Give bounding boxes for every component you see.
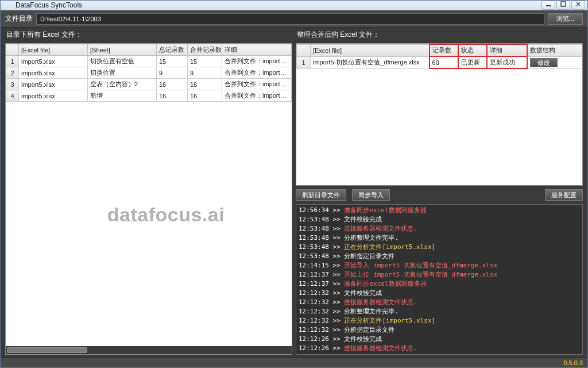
- cell-file: import5.xlsx: [19, 79, 88, 90]
- row-number: 4: [6, 90, 19, 102]
- svg-rect-1: [561, 2, 566, 6]
- log-line: 12:53:48 >> 分析指定目录文件: [299, 252, 580, 261]
- cell-detail: 合并到文件：import5-切换位置有空值_dfmerge.xlsx: [222, 67, 292, 79]
- log-line: 12:53:48 >> 分析整理文件完毕.: [299, 233, 580, 243]
- row-number: 1: [297, 56, 311, 68]
- log-line: 12:53:48 >> 正在分析文件[import5.xlsx]: [299, 243, 580, 252]
- log-line: 12:56:34 >> 准备同步excel数据到服务器: [299, 206, 580, 215]
- refresh-button[interactable]: 刷新目录文件: [296, 189, 346, 201]
- rownum-header: [6, 44, 19, 56]
- log-line: 12:12:32 >> 连接服务器检测文件状态.: [299, 298, 580, 307]
- col-status[interactable]: 状态: [458, 44, 487, 56]
- cell-sheet: 空表（空内容）2: [88, 79, 157, 90]
- path-label: 文件目录: [5, 14, 33, 24]
- cell-detail: 合并到文件：import5-切换位置有空值_dfmerge.xlsx: [222, 79, 292, 90]
- close-button[interactable]: [571, 1, 585, 10]
- col-sheet[interactable]: [Sheet]: [88, 44, 157, 56]
- log-line: 12:12:32 >> 分析指定目录文件: [299, 325, 580, 335]
- col-detail[interactable]: 详细: [487, 44, 527, 56]
- table-row[interactable]: 1import5.xlsx切换位置有空值1515合并到文件：import5-切换…: [6, 56, 292, 67]
- cell-merged: 16: [188, 90, 222, 102]
- cell-file: import5.xlsx: [19, 90, 88, 102]
- table-row[interactable]: 1import5-切换位置有空值_dfmerge.xlsx60已更新更新成功.修…: [297, 56, 582, 68]
- cell-struct: 修改: [527, 56, 582, 68]
- window-buttons: [541, 1, 585, 10]
- log-line: 12:12:37 >> 准备同步excel数据到服务器: [299, 279, 580, 289]
- modify-button[interactable]: 修改: [530, 58, 558, 67]
- log-line: 12:12:32 >> 分析整理文件完毕.: [299, 307, 580, 316]
- cell-merged: 16: [188, 79, 222, 90]
- h-scrollbar[interactable]: [6, 346, 292, 354]
- cell-status: 已更新: [458, 56, 487, 68]
- cell-sheet: 切换位置有空值: [88, 56, 157, 67]
- right-panel-title: 整理合并后的 Excel 文件：: [296, 28, 583, 43]
- merged-files-grid[interactable]: [Excel file] 记录数 状态 详细 数据结构 1import5-切换位…: [296, 43, 583, 186]
- col-excel-file[interactable]: [Excel file]: [310, 44, 429, 56]
- log-line: 12:12:26 >> 文件校验完成: [299, 335, 580, 344]
- cell-detail: 更新成功.: [487, 56, 527, 68]
- row-number: 2: [6, 67, 19, 79]
- maximize-button[interactable]: [556, 1, 570, 10]
- cell-merged: 9: [188, 67, 222, 79]
- cell-sheet: 切换位置: [88, 67, 157, 79]
- window-title: DataFocus SyncTools: [16, 1, 541, 9]
- rownum-header: [297, 44, 311, 56]
- cell-sheet: 新增: [88, 90, 157, 102]
- cell-total: 15: [157, 56, 188, 67]
- client-area: 文件目录 浏览... 目录下所有 Excel 文件： [Excel file] …: [1, 10, 587, 367]
- app-window: DataFocus SyncTools 文件目录 浏览... 目录下所有 Exc…: [0, 0, 588, 368]
- status-bar: 0.5.0.3: [1, 357, 587, 367]
- minimize-button[interactable]: [541, 1, 555, 10]
- table-row[interactable]: 3import5.xlsx空表（空内容）21616合并到文件：import5-切…: [6, 79, 292, 90]
- path-input[interactable]: [36, 13, 544, 25]
- action-bar: 刷新目录文件 同步导入 服务配置: [296, 186, 583, 204]
- row-number: 1: [6, 56, 19, 67]
- log-panel[interactable]: 12:56:34 >> 准备同步excel数据到服务器12:53:48 >> 文…: [296, 204, 583, 355]
- col-excel-file[interactable]: [Excel file]: [19, 44, 88, 56]
- col-merged[interactable]: 合并记录数: [188, 44, 222, 56]
- cell-merged: 15: [188, 56, 222, 67]
- watermark: datafocus.ai: [73, 201, 225, 228]
- watermark-text: datafocus.ai: [107, 204, 225, 226]
- col-count[interactable]: 记录数: [430, 44, 458, 56]
- app-icon: [3, 1, 12, 10]
- main-split: 目录下所有 Excel 文件： [Excel file] [Sheet] 总记录…: [1, 28, 587, 357]
- browse-button[interactable]: 浏览...: [548, 13, 583, 25]
- table-row[interactable]: 4import5.xlsx新增1616合并到文件：import5-切换位置有空值…: [6, 90, 292, 102]
- cell-detail: 合并到文件：import5-切换位置有空值_dfmerge.xlsx: [222, 90, 292, 102]
- version-label: 0.5.0.3: [563, 359, 583, 366]
- path-bar: 文件目录 浏览...: [1, 10, 587, 28]
- cell-total: 16: [157, 79, 188, 90]
- left-panel: 目录下所有 Excel 文件： [Excel file] [Sheet] 总记录…: [5, 28, 292, 355]
- watermark-logo-icon: [73, 201, 100, 228]
- right-panel: 整理合并后的 Excel 文件： [Excel file] 记录数 状态 详细 …: [296, 28, 583, 355]
- source-files-grid[interactable]: [Excel file] [Sheet] 总记录数 合并记录数 详细 1impo…: [5, 43, 292, 355]
- cell-total: 16: [157, 90, 188, 102]
- svg-rect-0: [546, 5, 551, 6]
- cell-file: import5.xlsx: [19, 67, 88, 79]
- log-line: 12:12:37 >> 开始上传 import5-切换位置有空值_dfmerge…: [299, 270, 580, 279]
- service-config-button[interactable]: 服务配置: [545, 189, 583, 201]
- sync-import-button[interactable]: 同步导入: [352, 189, 390, 201]
- cell-file: import5-切换位置有空值_dfmerge.xlsx: [310, 56, 429, 68]
- cell-count: 60: [430, 56, 458, 68]
- col-struct[interactable]: 数据结构: [527, 44, 582, 56]
- cell-detail: 合并到文件：import5-切换位置有空值_dfmerge.xlsx: [222, 56, 292, 67]
- left-panel-title: 目录下所有 Excel 文件：: [5, 28, 292, 43]
- log-line: 12:53:48 >> 连接服务器检测文件状态.: [299, 224, 580, 233]
- cell-file: import5.xlsx: [19, 56, 88, 67]
- row-number: 3: [6, 79, 19, 90]
- log-line: 12:12:32 >> 文件校验完成: [299, 289, 580, 298]
- log-line: 12:12:26 >> 连接服务器检测文件状态.: [299, 344, 580, 353]
- table-row[interactable]: 2import5.xlsx切换位置99合并到文件：import5-切换位置有空值…: [6, 67, 292, 79]
- cell-total: 9: [157, 67, 188, 79]
- log-line: 12:12:32 >> 正在分析文件[import5.xlsx]: [299, 316, 580, 325]
- log-line: 12:14:15 >> 开始导入 import5-切换位置有空值_dfmerge…: [299, 261, 580, 270]
- log-line: 12:53:48 >> 文件校验完成: [299, 215, 580, 224]
- col-total[interactable]: 总记录数: [157, 44, 188, 56]
- titlebar[interactable]: DataFocus SyncTools: [1, 1, 587, 10]
- col-detail[interactable]: 详细: [222, 44, 292, 56]
